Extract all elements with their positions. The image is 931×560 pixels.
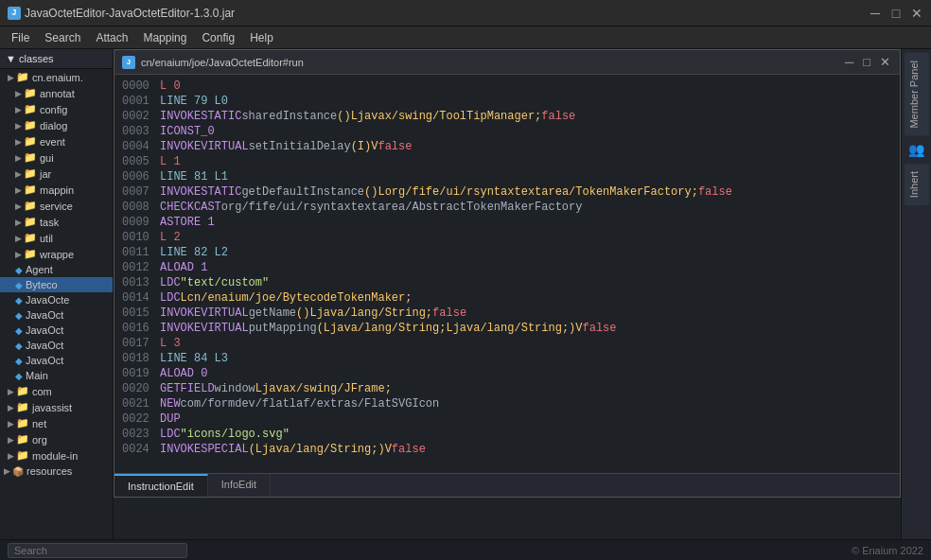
tree-item-util[interactable]: ▶ 📁 util xyxy=(0,230,113,246)
tree-arrow: ▶ xyxy=(15,185,22,195)
tree-item-com[interactable]: ▶ 📁 com xyxy=(0,383,113,399)
tree-item-cn-enaium[interactable]: ▶ 📁 cn.enaium. xyxy=(0,69,113,85)
bc-line-number: 0004 xyxy=(122,140,156,153)
bc-line-number: 0022 xyxy=(122,412,156,426)
bytecode-line: 0002INVOKESTATIC sharedInstance ()Ljavax… xyxy=(114,109,900,124)
popup-tab-instruction-edit[interactable]: InstructionEdit xyxy=(114,474,208,497)
bc-token: INVOKEVIRTUAL xyxy=(160,140,249,153)
search-input[interactable] xyxy=(8,543,187,558)
menu-item-config[interactable]: Config xyxy=(194,29,242,46)
tree-item-net[interactable]: ▶ 📁 net xyxy=(0,415,113,431)
bytecode-line: 0008CHECKCAST org/fife/ui/rsyntaxtextare… xyxy=(114,200,900,215)
bc-token: LINE 79 L0 xyxy=(160,95,228,108)
bc-line-number: 0007 xyxy=(122,185,156,199)
tree-item-javaocteteditor1[interactable]: ◆ JavaOcte xyxy=(0,292,113,307)
popup-tab-info-edit[interactable]: InfoEdit xyxy=(208,474,271,497)
bc-token: false xyxy=(583,322,617,335)
tree-item-javaocteteditor3[interactable]: ◆ JavaOct xyxy=(0,323,113,338)
file-icon: ◆ xyxy=(15,280,23,290)
tree-item-byteco[interactable]: ◆ Byteco xyxy=(0,277,113,292)
tree-item-module-info[interactable]: ▶ 📁 module-in xyxy=(0,447,113,464)
maximize-button[interactable]: □ xyxy=(889,7,903,20)
tree-item-label: javassist xyxy=(32,402,72,413)
bc-line-number: 0005 xyxy=(122,155,156,168)
tree-item-wrappe[interactable]: ▶ 📁 wrappe xyxy=(0,246,113,262)
bc-line-number: 0008 xyxy=(122,201,156,214)
tree-item-label: annotat xyxy=(40,88,75,99)
bc-token: "text/custom" xyxy=(181,276,270,289)
bc-token: L 1 xyxy=(160,155,181,168)
tree-item-label: cn.enaium. xyxy=(32,72,83,83)
folder-icon: 📁 xyxy=(24,87,37,99)
tree-item-agent[interactable]: ◆ Agent xyxy=(0,262,113,277)
tree-item-label: wrappe xyxy=(40,249,74,260)
menu-item-mapping[interactable]: Mapping xyxy=(135,29,194,46)
bc-token: ALOAD 0 xyxy=(160,367,207,380)
sidebar-header: ▼ classes xyxy=(0,49,113,69)
tree-area[interactable]: ▶ 📁 cn.enaium. ▶ 📁 annotat ▶ 📁 config ▶ … xyxy=(0,69,113,539)
right-panel: Member Panel 👥 Inhert xyxy=(901,49,931,539)
tree-item-mappin[interactable]: ▶ 📁 mappin xyxy=(0,182,113,198)
bytecode-line: 0003ICONST_0 xyxy=(114,124,900,139)
tree-item-javaocteteditor4[interactable]: ◆ JavaOct xyxy=(0,338,113,353)
popup-minimize-button[interactable]: ─ xyxy=(843,55,855,69)
bc-line-number: 0011 xyxy=(122,246,156,259)
tree-item-service[interactable]: ▶ 📁 service xyxy=(0,198,113,214)
folder-icon: 📁 xyxy=(24,216,37,228)
bytecode-line: 0007INVOKESTATIC getDefaultInstance ()Lo… xyxy=(114,184,900,200)
tree-arrow: ▶ xyxy=(15,234,22,243)
bc-token: putMapping xyxy=(249,322,317,335)
tree-item-javassist[interactable]: ▶ 📁 javassist xyxy=(0,399,113,415)
file-icon: ◆ xyxy=(15,371,23,381)
bc-token: window xyxy=(215,382,255,395)
menu-item-search[interactable]: Search xyxy=(37,29,88,46)
bc-token: LINE 81 L1 xyxy=(160,170,228,184)
menu-item-attach[interactable]: Attach xyxy=(88,29,135,46)
folder-icon: 📁 xyxy=(16,417,29,429)
bc-token: sharedInstance xyxy=(241,110,337,123)
close-button[interactable]: ✕ xyxy=(910,7,923,20)
tree-item-task[interactable]: ▶ 📁 task xyxy=(0,214,113,230)
tree-item-label: task xyxy=(40,217,59,228)
popup-maximize-button[interactable]: □ xyxy=(861,55,872,69)
menu-item-help[interactable]: Help xyxy=(242,29,281,46)
tree-item-main[interactable]: ◆ Main xyxy=(0,368,113,383)
bytecode-line: 0016INVOKEVIRTUAL putMapping (Ljava/lang… xyxy=(114,321,900,336)
tree-item-javaocteteditor5[interactable]: ◆ JavaOct xyxy=(0,353,113,368)
tree-item-label: JavaOcte xyxy=(26,294,69,306)
tree-item-label: JavaOct xyxy=(26,355,63,366)
popup-close-button[interactable]: ✕ xyxy=(878,55,892,69)
bytecode-line: 0018LINE 84 L3 xyxy=(114,351,900,366)
tree-arrow: ▶ xyxy=(8,451,14,461)
tree-item-jar[interactable]: ▶ 📁 jar xyxy=(0,166,113,182)
bytecode-line: 0006LINE 81 L1 xyxy=(114,169,900,184)
bc-token: GETFIELD xyxy=(160,382,215,395)
bytecode-line: 0019ALOAD 0 xyxy=(114,366,900,381)
right-panel-tab-member[interactable]: Member Panel xyxy=(905,53,929,136)
tree-item-label: JavaOct xyxy=(26,309,63,321)
tree-item-annotat[interactable]: ▶ 📁 annotat xyxy=(0,85,113,101)
right-panel-tab-inhert[interactable]: Inhert xyxy=(905,164,929,205)
tree-item-org[interactable]: ▶ 📁 org xyxy=(0,431,113,447)
tree-item-config[interactable]: ▶ 📁 config xyxy=(0,101,113,117)
folder-icon: 📁 xyxy=(16,433,29,446)
menu-item-file[interactable]: File xyxy=(4,29,37,46)
tree-item-dialog[interactable]: ▶ 📁 dialog xyxy=(0,117,113,133)
tree-item-label: service xyxy=(40,201,73,212)
bytecode-content[interactable]: 0000L 00001LINE 79 L00002INVOKESTATIC sh… xyxy=(114,75,900,473)
tree-item-label: module-in xyxy=(32,450,78,462)
bc-token: LDC xyxy=(160,276,181,289)
bytecode-line: 0014LDC Lcn/enaium/joe/BytecodeTokenMake… xyxy=(114,290,900,306)
minimize-button[interactable]: ─ xyxy=(869,7,882,20)
tree-item-gui[interactable]: ▶ 📁 gui xyxy=(0,149,113,166)
bc-token: false xyxy=(378,140,412,153)
folder-icon: 📁 xyxy=(24,248,37,260)
tree-item-javaocteteditor2[interactable]: ◆ JavaOct xyxy=(0,307,113,323)
tree-item-event[interactable]: ▶ 📁 event xyxy=(0,133,113,149)
bc-token: ALOAD 1 xyxy=(160,261,207,274)
bc-line-number: 0015 xyxy=(122,306,156,320)
tree-item-resources[interactable]: ▶ 📦 resources xyxy=(0,464,113,479)
bc-token: ICONST_0 xyxy=(160,125,215,138)
title-bar-controls: ─ □ ✕ xyxy=(869,7,923,20)
bc-token: (Ljava/lang/String;Ljava/lang/String;)V xyxy=(317,322,583,335)
